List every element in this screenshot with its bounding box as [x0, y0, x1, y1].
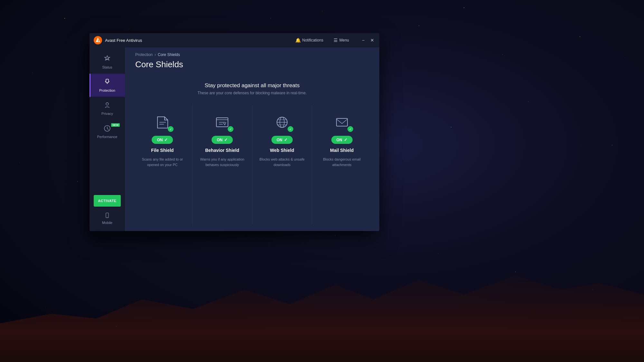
file-shield-card: ✓ ON ✓ File Shield Scans any file added …: [133, 105, 193, 225]
sidebar-item-mobile[interactable]: Mobile: [90, 209, 125, 228]
app-window: Avast Free Antivirus 🔔 Notifications ☰ M…: [90, 33, 379, 231]
sidebar-item-performance[interactable]: NEW Performance: [90, 120, 125, 143]
shields-subtitle: Stay protected against all major threats: [125, 82, 379, 89]
content-area: Protection › Core Shields Core Shields S…: [125, 47, 379, 231]
shields-description: These are your core defenses for blockin…: [125, 91, 379, 95]
behavior-shield-icon-wrapper: ✓: [211, 113, 233, 132]
mail-shield-check: ✓: [347, 126, 353, 132]
privacy-label: Privacy: [101, 112, 113, 116]
title-bar: Avast Free Antivirus 🔔 Notifications ☰ M…: [90, 33, 379, 47]
mobile-label: Mobile: [102, 221, 112, 225]
menu-icon: ☰: [334, 38, 338, 43]
web-shield-check-icon: ✓: [284, 137, 288, 142]
behavior-shield-status: ON: [217, 138, 223, 142]
web-shield-check: ✓: [288, 126, 293, 132]
status-icon: [103, 55, 111, 63]
sidebar-item-protection[interactable]: Protection: [90, 74, 125, 97]
sidebar-item-privacy[interactable]: Privacy: [90, 97, 125, 120]
file-shield-icon-wrapper: ✓: [151, 113, 174, 132]
shields-header: Stay protected against all major threats…: [125, 76, 379, 98]
file-shield-toggle[interactable]: ON ✓: [152, 136, 173, 144]
breadcrumb: Protection › Core Shields: [125, 47, 379, 57]
web-shield-title: Web Shield: [270, 148, 294, 153]
web-shield-status: ON: [277, 138, 282, 142]
mail-shield-status: ON: [336, 138, 342, 142]
behavior-shield-toggle[interactable]: ON ✓: [212, 136, 233, 144]
breadcrumb-separator: ›: [155, 52, 156, 57]
performance-label: Performance: [97, 135, 118, 139]
sidebar: Status Protection: [90, 47, 125, 231]
main-layout: Status Protection: [90, 47, 379, 231]
protection-label: Protection: [99, 88, 115, 92]
file-shield-check: ✓: [168, 126, 174, 132]
breadcrumb-parent[interactable]: Protection: [135, 52, 153, 57]
web-shield-card: ✓ ON ✓ Web Shield Blocks web attacks & u…: [252, 105, 312, 225]
menu-button[interactable]: ☰ Menu: [332, 36, 351, 44]
svg-point-2: [107, 82, 108, 83]
behavior-shield-title: Behavior Shield: [205, 148, 239, 153]
mobile-icon: [104, 212, 110, 219]
mail-shield-check-icon: ✓: [344, 137, 347, 142]
notifications-label: Notifications: [302, 38, 323, 42]
file-shield-title: File Shield: [151, 148, 174, 153]
page-title: Core Shields: [125, 57, 379, 76]
file-shield-status: ON: [157, 138, 163, 142]
avast-logo: [93, 36, 102, 45]
mail-shield-title: Mail Shield: [330, 148, 354, 153]
web-shield-desc: Blocks web attacks & unsafe downloads: [258, 157, 307, 167]
minimize-button[interactable]: −: [360, 37, 366, 43]
svg-rect-19: [336, 118, 347, 126]
file-shield-desc: Scans any file added to or opened on you…: [138, 157, 187, 167]
new-badge: NEW: [111, 123, 120, 127]
behavior-shield-card: ✓ ON ✓ Behavior Shield Warns you if any …: [193, 105, 252, 225]
status-label: Status: [102, 65, 112, 69]
close-button[interactable]: ✕: [369, 37, 375, 43]
bell-icon: 🔔: [295, 38, 301, 43]
web-shield-toggle[interactable]: ON ✓: [271, 136, 293, 144]
protection-icon: [103, 78, 111, 87]
behavior-shield-check-icon: ✓: [224, 137, 228, 142]
svg-rect-1: [106, 79, 109, 83]
sidebar-item-status[interactable]: Status: [90, 51, 125, 74]
behavior-shield-desc: Warns you if any application behaves sus…: [198, 157, 247, 167]
file-shield-check-icon: ✓: [164, 137, 168, 142]
mail-shield-toggle[interactable]: ON ✓: [331, 136, 353, 144]
window-controls: − ✕: [360, 37, 375, 43]
mail-shield-desc: Blocks dangerous email attachments: [317, 157, 366, 167]
svg-point-7: [107, 217, 108, 218]
shield-cards: ✓ ON ✓ File Shield Scans any file added …: [125, 98, 379, 231]
activate-button[interactable]: ACTIVATE: [94, 195, 121, 207]
behavior-shield-check: ✓: [228, 126, 233, 132]
mail-shield-card: ✓ ON ✓ Mail Shield Blocks dangerous emai…: [312, 105, 372, 225]
privacy-icon: [103, 101, 111, 110]
web-shield-icon-wrapper: ✓: [271, 113, 293, 132]
notifications-button[interactable]: 🔔 Notifications: [293, 36, 325, 44]
breadcrumb-current: Core Shields: [158, 52, 180, 57]
menu-label: Menu: [339, 38, 349, 42]
mail-shield-icon-wrapper: ✓: [331, 113, 353, 132]
performance-icon: [103, 125, 111, 133]
svg-point-4: [106, 103, 109, 105]
window-title: Avast Free Antivirus: [105, 38, 293, 43]
title-bar-controls: 🔔 Notifications ☰ Menu − ✕: [293, 36, 375, 44]
